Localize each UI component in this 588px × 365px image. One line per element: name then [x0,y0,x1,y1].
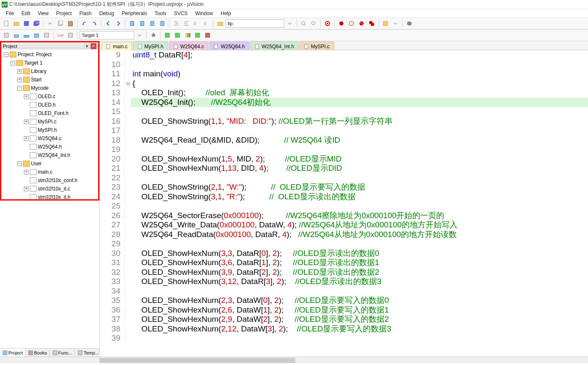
code-line[interactable]: 34 [100,287,588,296]
code-text[interactable]: OLED_ShowHexNum(1,13, DID, 4); //OLED显示D… [131,164,588,173]
code-text[interactable] [131,287,588,296]
rebuild-button[interactable] [22,31,31,40]
code-line[interactable]: 18 W25Q64_Read_ID(&MID, &DID); // W25Q64… [100,136,588,145]
save-button[interactable] [22,19,31,28]
find-button[interactable] [299,19,308,28]
undo-button[interactable] [80,19,89,28]
find-in-files-button[interactable] [216,19,225,28]
tree-file[interactable]: +main.c [2,168,97,176]
panel-close-button[interactable]: ✕ [91,43,96,49]
code-line[interactable]: 11int main(void) [100,69,588,79]
code-text[interactable]: OLED_ShowHexNum(2,9, DataW[2], 2); //OLE… [131,315,588,324]
comment-button[interactable]: // [192,19,201,28]
menu-peripherals[interactable]: Peripherals [118,10,151,17]
tree-file[interactable]: OLED_Font.h [2,109,97,117]
code-text[interactable]: int main(void) [131,69,588,79]
window-layout-button[interactable] [381,19,390,28]
tree-expand-icon[interactable]: − [10,61,15,65]
code-line[interactable]: 22 [100,173,588,183]
file-tab[interactable]: main.c [101,42,132,50]
code-line[interactable]: 31 OLED_ShowHexNum(3,6, DataR[1], 2); //… [100,258,588,268]
code-text[interactable] [131,60,588,70]
code-line[interactable]: 16 OLED_ShowString(1,1, "MID: DID:"); //… [100,117,588,126]
tree-expand-icon[interactable]: + [24,120,29,124]
code-text[interactable]: OLED_ShowString(3,1, "R:"); // OLED显示读出的… [131,192,588,202]
save-all-button[interactable] [32,19,41,28]
code-line[interactable]: 10 [100,60,588,70]
menu-svcs[interactable]: SVCS [171,10,191,17]
code-text[interactable]: W25Q64_ReadData(0x000100, DataR, 4); //W… [131,230,588,240]
bookmark-next-button[interactable] [148,19,157,28]
panel-dropdown-button[interactable]: ▾ [84,43,90,49]
tree-group-mycode[interactable]: −Mycode [2,84,97,92]
redo-button[interactable] [90,19,99,28]
bookmark-clear-button[interactable] [158,19,167,28]
tree-expand-icon[interactable]: + [17,69,22,74]
code-line[interactable]: 29 [100,239,588,249]
breakpoint-disable-button[interactable] [347,19,356,28]
view-tab-func[interactable]: Func... [50,349,75,357]
code-line[interactable]: 28 W25Q64_ReadData(0x000100, DataR, 4); … [100,230,588,240]
cut-button[interactable]: ✂ [46,19,55,28]
paste-button[interactable] [66,19,75,28]
indent-button[interactable] [172,19,181,28]
tree-file[interactable]: +OLED.c [2,92,97,101]
code-text[interactable] [131,107,588,117]
code-text[interactable] [131,334,588,343]
view-tab-books[interactable]: Books [26,349,50,357]
code-line[interactable]: 24 OLED_ShowString(3,1, "R:"); // OLED显示… [100,192,588,202]
copy-button[interactable] [56,19,65,28]
layout-dropdown-button[interactable] [391,19,400,28]
uncomment-button[interactable]: // [202,19,211,28]
tree-file[interactable]: stm32f10x_conf.h [2,176,97,185]
fold-icon[interactable]: ⊟ [125,79,131,89]
download-button[interactable]: LOAD [56,31,65,40]
configure-button[interactable] [405,19,414,28]
file-tab[interactable]: W25Q64.c [169,42,209,50]
code-text[interactable]: OLED_ShowString(1,1, "MID: DID:"); //OLE… [131,117,588,126]
nav-forward-button[interactable] [114,19,123,28]
code-text[interactable]: W25Q64_Write_Data(0x000100, DataW, 4); /… [131,220,588,230]
code-line[interactable]: 21 OLED_ShowHexNum(1,13, DID, 4); //OLED… [100,164,588,173]
pack-installer-button[interactable] [203,31,212,40]
code-line[interactable]: 13 OLED_Init(); //oled 屏幕初始化 [100,88,588,98]
code-line[interactable]: 37 OLED_ShowHexNum(2,9, DataW[2], 2); //… [100,315,588,324]
incremental-find-button[interactable] [309,19,318,28]
search-combo[interactable] [226,19,284,28]
manage-rt-button[interactable] [183,31,192,40]
code-text[interactable] [131,239,588,249]
code-text[interactable]: OLED_Init(); //oled 屏幕初始化 [131,88,588,98]
tree-file[interactable]: stm32f10x_it.h [2,193,97,201]
tree-expand-icon[interactable]: + [17,78,22,82]
menu-edit[interactable]: Edit [18,10,34,17]
code-line[interactable]: 36 OLED_ShowHexNum(2,6, DataW[1], 2); //… [100,305,588,315]
menu-project[interactable]: Project [53,10,75,17]
view-tab-temp[interactable]: Temp... [75,349,101,357]
outdent-button[interactable] [182,19,191,28]
batch-build-button[interactable] [32,31,41,40]
manage-books-button[interactable] [173,31,182,40]
breakpoint-button[interactable] [337,19,346,28]
menu-flash[interactable]: Flash [76,10,95,17]
tree-project-root[interactable]: −Project: Project [2,50,97,59]
code-text[interactable] [131,173,588,183]
tree-file[interactable]: MySPI.h [2,126,97,134]
code-line[interactable]: 9uint8_t DataR[4]; [100,50,588,60]
bookmark-button[interactable] [127,19,137,28]
tree-expand-icon[interactable]: − [17,86,22,91]
code-text[interactable]: OLED_ShowHexNum(3,9, DataR[2], 2); //OLE… [131,268,588,277]
code-text[interactable]: OLED_ShowHexNum(3,3, DataR[0], 2); //OLE… [131,249,588,258]
search-dropdown-button[interactable] [285,19,294,28]
tree-expand-icon[interactable]: + [24,170,29,175]
manage-project-button[interactable] [163,31,172,40]
code-line[interactable]: 27 W25Q64_Write_Data(0x000100, DataW, 4)… [100,220,588,230]
nav-back-button[interactable] [104,19,113,28]
code-text[interactable]: W25Q64_Init(); //W25Q64初始化 [131,98,588,107]
tree-group-user[interactable]: −User [2,159,97,168]
menu-view[interactable]: View [34,10,52,17]
tree-file[interactable]: W25Q64.h [2,143,97,151]
code-text[interactable]: OLED_ShowHexNum(2,12, DataW[3], 2); //OL… [131,324,588,334]
bookmark-prev-button[interactable] [138,19,147,28]
code-text[interactable]: OLED_ShowHexNum(2,6, DataW[1], 2); //OLE… [131,305,588,315]
view-tab-project[interactable]: Project [0,349,26,357]
